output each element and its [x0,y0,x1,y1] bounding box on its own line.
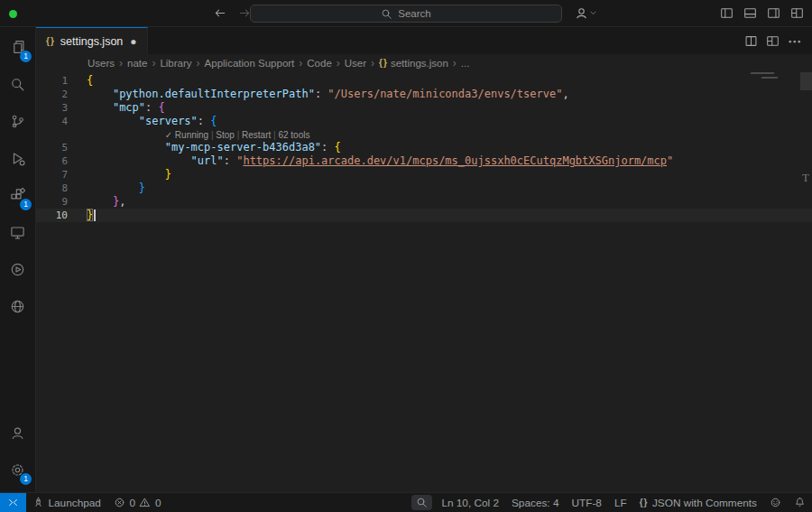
breadcrumb-separator-icon: › [152,57,155,70]
activity-search[interactable] [0,66,35,103]
status-problems[interactable]: 00 [107,493,168,512]
scrollbar-slider[interactable] [800,72,812,90]
badge: 1 [20,473,32,485]
status-launchpad-label: Launchpad [49,497,101,509]
breadcrumb-item[interactable]: nate [127,58,147,69]
code-token: { [158,101,164,114]
code-line[interactable]: 6 "url": "https://api.arcade.dev/v1/mcps… [36,154,812,168]
code-line[interactable]: 3 "mcp": { [36,101,812,115]
activity-globe[interactable] [0,288,35,325]
code-line[interactable]: 8 } [36,182,812,195]
feedback-icon [770,497,781,508]
status-language-mode[interactable]: {}JSON with Comments [633,493,763,512]
code-line[interactable]: 2 "python.defaultInterpreterPath": "/Use… [36,88,812,101]
code-line[interactable]: 9 }, [36,195,812,209]
go-back-button[interactable] [213,6,226,20]
codelens-tools[interactable]: 62 tools [278,130,309,140]
minimap-line [761,77,778,79]
toggle-panel-button[interactable] [743,6,757,20]
code-line[interactable]: 5 "my-mcp-server-b436d3a8": { [36,141,812,154]
activity-extensions[interactable]: 1 [0,177,35,214]
layout-sidebar-left-icon [720,6,734,20]
breadcrumb-item[interactable]: Users [88,58,115,69]
code-token: : [224,154,236,167]
tab-settings-json[interactable]: {} settings.json ● [36,27,148,54]
code-token: } [165,168,171,181]
remote-icon [7,497,19,508]
code-token [87,182,139,194]
customize-layout-button[interactable] [790,6,804,20]
command-center-search[interactable]: Search [250,5,562,23]
run-circle-icon [10,262,25,277]
code-line[interactable]: 7 } [36,168,812,182]
codelens-stop[interactable]: Stop [216,130,235,140]
status-language-mode-label: JSON with Comments [652,497,757,509]
json-braces-icon: {} [379,59,388,68]
toggle-primary-sidebar-button[interactable] [720,6,734,20]
modified-indicator: ● [130,35,136,48]
account-menu[interactable] [575,0,597,26]
breadcrumb-label: settings.json [391,58,448,69]
status-encoding[interactable]: UTF-8 [565,493,607,512]
breadcrumb-label: Code [307,58,332,69]
code-token [87,101,113,114]
code-text: { [87,74,93,88]
codelens-running[interactable]: ✓ Running [165,130,208,140]
code-text: } [87,182,145,195]
code-token: "my-mcp-server-b436d3a8" [165,141,321,154]
activity-run-circle[interactable] [0,251,35,288]
code-token: : [321,141,334,154]
line-number: 7 [36,168,68,182]
code-line[interactable]: 1{ [36,74,812,88]
activity-explorer[interactable]: 1 [0,29,35,66]
breadcrumb-item[interactable]: ... [461,58,470,69]
layout-panel-icon [743,6,757,20]
editor-layout-button[interactable] [766,34,780,48]
window-indicator [9,10,17,18]
search-icon [381,8,392,20]
code-line[interactable]: 10} [36,209,812,222]
minimap[interactable] [747,72,798,99]
minimap-glyph: T [802,171,809,185]
status-zoom[interactable] [411,495,432,510]
breadcrumb-item[interactable]: Code [307,58,332,69]
code-token: "/Users/nate/miniconda3/envs/tserve" [328,88,562,100]
code-text: } [87,168,171,182]
code-line[interactable]: 4 "servers": { [36,115,812,128]
editor-lines: 1{2 "python.defaultInterpreterPath": "/U… [36,74,812,222]
status-notifications[interactable] [788,493,812,512]
status-launchpad[interactable]: Launchpad [26,493,107,512]
status-indentation[interactable]: Spaces: 4 [505,493,565,512]
breadcrumb-item[interactable]: Library [160,58,191,69]
status-cursor-position[interactable]: Ln 10, Col 2 [435,493,505,512]
activity-run-debug[interactable] [0,140,35,177]
warning-icon [139,497,151,508]
code-text: "my-mcp-server-b436d3a8": { [87,141,341,154]
error-icon [114,497,125,508]
status-remote[interactable] [0,493,26,512]
url-link[interactable]: https://api.arcade.dev/v1/mcps/ms_0ujssx… [243,154,667,167]
code-text: } [87,209,96,222]
activity-source-control[interactable] [0,103,35,140]
editor[interactable]: 1{2 "python.defaultInterpreterPath": "/U… [36,71,812,492]
split-editor-button[interactable] [744,34,758,48]
breadcrumb-item[interactable]: {}settings.json [379,58,448,69]
activity-bar-top: 11 [0,29,35,325]
accounts-icon [10,425,25,441]
status-eol[interactable]: LF [608,493,633,512]
activity-settings[interactable]: 1 [0,451,35,489]
activity-remote-explorer[interactable] [0,214,35,251]
codelens-restart[interactable]: Restart [242,130,271,140]
code-token: { [335,141,341,154]
more-actions-button[interactable]: ⋯ [788,34,802,48]
code-text: "mcp": { [87,101,165,115]
status-feedback[interactable] [763,493,788,512]
code-token: { [87,74,93,87]
toggle-secondary-sidebar-button[interactable] [767,6,780,20]
activity-bar-bottom: 1 [0,414,35,489]
breadcrumb-item[interactable]: User [345,58,366,69]
code-token [87,195,113,208]
activity-accounts[interactable] [0,414,35,451]
breadcrumb-item[interactable]: Application Support [205,58,295,69]
code-token: , [562,88,568,100]
